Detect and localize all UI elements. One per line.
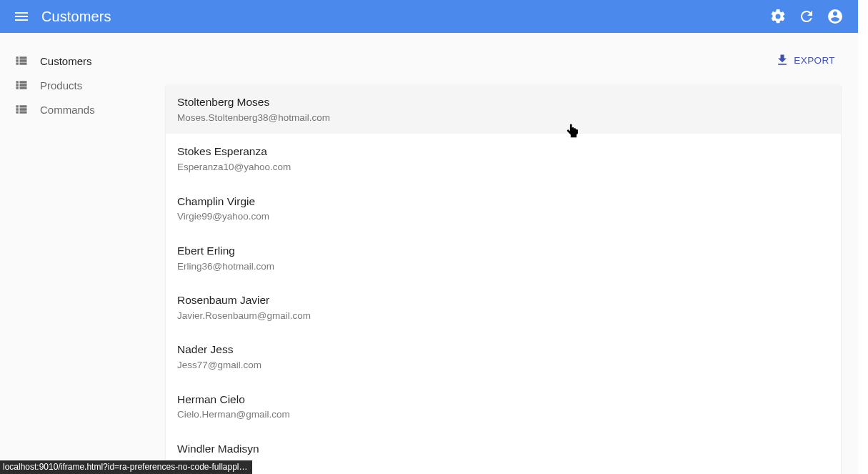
customer-email: Erling36@hotmail.com: [177, 259, 829, 275]
customer-email: Moses.Stoltenberg38@hotmail.com: [177, 110, 829, 126]
menu-button[interactable]: [7, 2, 36, 31]
list-toolbar: EXPORT: [166, 46, 841, 74]
menu-icon: [13, 8, 30, 25]
account-button[interactable]: [821, 2, 849, 31]
settings-button[interactable]: [764, 2, 792, 31]
export-button[interactable]: EXPORT: [769, 49, 841, 71]
customer-email: Esperanza10@yahoo.com: [177, 159, 829, 175]
list-icon: [13, 52, 30, 69]
customer-name: Herman Cielo: [177, 392, 829, 408]
download-icon: [775, 53, 789, 67]
customers-list: Stoltenberg Moses Moses.Stoltenberg38@ho…: [166, 84, 841, 474]
customer-name: Windler Madisyn: [177, 441, 829, 457]
customer-name: Stoltenberg Moses: [177, 94, 829, 110]
customer-email: Jess77@gmail.com: [177, 357, 829, 373]
refresh-icon: [798, 8, 815, 25]
main-content: EXPORT Stoltenberg Moses Moses.Stoltenbe…: [166, 33, 858, 474]
list-item[interactable]: Rosenbaum Javier Javier.Rosenbaum@gmail.…: [166, 282, 841, 332]
export-button-label: EXPORT: [794, 55, 835, 66]
customer-name: Stokes Esperanza: [177, 144, 829, 159]
list-item[interactable]: Windler Madisyn ail.com: [166, 431, 841, 474]
customer-name: Rosenbaum Javier: [177, 292, 829, 308]
gear-icon: [769, 8, 787, 25]
customer-email: ail.com: [177, 457, 829, 473]
sidebar-item-label: Commands: [40, 104, 95, 116]
list-item[interactable]: Stoltenberg Moses Moses.Stoltenberg38@ho…: [166, 84, 841, 134]
sidebar-item-products[interactable]: Products: [0, 73, 166, 97]
customer-email: Cielo.Herman@gmail.com: [177, 407, 829, 423]
refresh-button[interactable]: [792, 2, 821, 31]
customer-name: Ebert Erling: [177, 243, 829, 259]
sidebar-item-commands[interactable]: Commands: [0, 97, 166, 122]
list-item[interactable]: Champlin Virgie Virgie99@yahoo.com: [166, 184, 841, 233]
list-item[interactable]: Nader Jess Jess77@gmail.com: [166, 332, 841, 381]
customer-name: Nader Jess: [177, 342, 829, 357]
sidebar-item-label: Customers: [40, 55, 92, 67]
customer-email: Virgie99@yahoo.com: [177, 209, 829, 224]
list-item[interactable]: Ebert Erling Erling36@hotmail.com: [166, 233, 841, 282]
appbar: Customers: [0, 0, 858, 33]
page-scroll[interactable]: Customers: [0, 0, 858, 474]
page-title: Customers: [41, 9, 111, 25]
sidebar-item-customers[interactable]: Customers: [0, 49, 166, 73]
list-item[interactable]: Stokes Esperanza Esperanza10@yahoo.com: [166, 134, 841, 183]
list-icon: [13, 76, 30, 94]
status-url: localhost:9010/iframe.html?id=ra-prefere…: [0, 460, 252, 474]
customer-name: Champlin Virgie: [177, 194, 829, 209]
account-circle-icon: [827, 8, 844, 25]
list-icon: [13, 101, 30, 118]
customer-email: Javier.Rosenbaum@gmail.com: [177, 308, 829, 324]
list-item[interactable]: Herman Cielo Cielo.Herman@gmail.com: [166, 382, 841, 431]
sidebar: Customers Products Commands: [0, 33, 166, 122]
sidebar-item-label: Products: [40, 79, 82, 92]
